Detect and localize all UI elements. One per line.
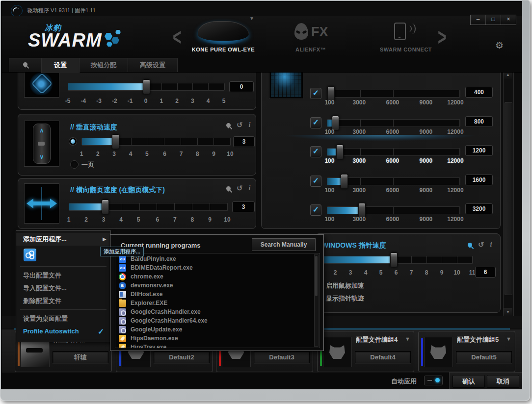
profile-card-5[interactable]: 配置文件编组5 ▼ Default5	[418, 331, 515, 372]
tab-button-assignment[interactable]: 按钮分配	[79, 58, 129, 72]
pointer-speed-slider[interactable]	[320, 256, 473, 264]
program-list-item[interactable]: GoogleUpdate.exe	[116, 325, 314, 334]
pointer-speed-scale: 1234567891011	[320, 269, 472, 276]
program-icon	[119, 317, 126, 325]
menu-item-set-desktop-profile[interactable]: 设置为桌面配置	[16, 312, 110, 325]
minimize-button[interactable]: –	[471, 15, 486, 25]
profile-group-label[interactable]: 配置文件编组4	[356, 335, 398, 344]
profile-name-input[interactable]: Default4	[355, 351, 411, 363]
profile-name-input[interactable]: Default2	[154, 351, 210, 363]
scroll-wheel-icon: ∧∨	[24, 121, 59, 167]
alienfx-icon[interactable]	[294, 23, 308, 40]
menu-item-delete-profile[interactable]: 删除配置文件	[16, 295, 110, 307]
tab-advanced-settings[interactable]: 高级设置	[128, 58, 178, 72]
profile-name-input[interactable]: 轩辕	[53, 351, 108, 363]
popup-scrollbar[interactable]	[314, 254, 319, 347]
pin-icon[interactable]	[467, 242, 473, 248]
device-mouse-image[interactable]	[198, 21, 249, 41]
reset-icon[interactable]: ↺	[237, 184, 243, 193]
vertical-scroll-slider-thumb[interactable]	[112, 134, 119, 149]
profile-group-label[interactable]: 配置文件编组5	[457, 335, 499, 344]
program-name: DllHost.exe	[131, 291, 162, 298]
program-list-item[interactable]: Explorer.EXE	[116, 299, 314, 307]
dpi-row5-value: 3200	[465, 203, 493, 214]
horizontal-tilt-slider[interactable]	[69, 203, 228, 211]
device-active-label: KONE PURE OWL-EYE	[174, 47, 272, 52]
pointer-speed-slider-thumb[interactable]	[390, 252, 398, 267]
scroll-down-icon: ▼	[506, 310, 510, 314]
program-list-item[interactable]: duBDIMEDataReport.exe	[116, 263, 314, 272]
vertical-scroll-scale: 12345678910	[81, 151, 230, 157]
device-dropdown-icon[interactable]: ▼	[249, 16, 254, 21]
dpi-row1-slider[interactable]	[327, 90, 460, 98]
reset-icon[interactable]: ↺	[478, 240, 484, 249]
reset-icon[interactable]: ↺	[237, 121, 243, 129]
angle-slider[interactable]	[68, 83, 225, 91]
swarm-connect-icon[interactable]	[394, 23, 406, 40]
maximize-button[interactable]: □	[486, 15, 501, 25]
cancel-button[interactable]: 取消	[487, 375, 519, 388]
dpi-row2-checkbox[interactable]: ✓	[310, 117, 321, 128]
scroll-one-page-radio[interactable]	[70, 160, 79, 169]
info-icon[interactable]: i	[249, 184, 251, 192]
menu-item-add-application[interactable]: 添加应用程序...	[16, 233, 110, 246]
dpi-row3-checkbox[interactable]: ✓	[310, 146, 321, 157]
dpi-row2-slider[interactable]	[327, 119, 460, 127]
auto-apply-toggle[interactable]	[424, 376, 443, 385]
pointer-trail-label[interactable]: 显示指针轨迹	[326, 294, 364, 303]
profile-avatar[interactable]	[323, 337, 352, 367]
vertical-scroll-speed-radio[interactable]	[69, 137, 77, 146]
program-list-item[interactable]: HipsDaemon.exe	[116, 334, 314, 343]
program-list-item[interactable]: GoogleCrashHandler64.exe	[116, 316, 314, 325]
menu-item-export-profile[interactable]: 导出配置文件	[16, 269, 110, 282]
program-list-item[interactable]: duBaiduPinyin.exe	[116, 254, 314, 263]
program-list-item[interactable]: HipsTray.exe	[116, 343, 314, 348]
screen: 驱动程序 V1.9311 | 固件1.11 – □ × 冰豹 SWARM < >…	[0, 0, 532, 404]
popup-scrollbar-thumb[interactable]	[315, 256, 318, 296]
horizontal-tilt-slider-thumb[interactable]	[102, 200, 109, 214]
angle-slider-thumb[interactable]	[143, 79, 150, 94]
profile-name-input[interactable]: Default5	[456, 351, 512, 363]
main-scrollbar[interactable]: ▲ ▼	[503, 70, 514, 317]
footer-buttons: 确认 取消	[449, 372, 522, 389]
program-list-item[interactable]: GoogleCrashHandler.exe	[116, 307, 314, 316]
dpi-row5-slider[interactable]	[327, 206, 460, 214]
program-list-item[interactable]: chrome.exe	[116, 272, 314, 281]
profile-name-input[interactable]: Default3	[254, 351, 310, 363]
close-button[interactable]: ×	[501, 15, 516, 25]
menu-item-import-profile[interactable]: 导入配置文件...	[16, 282, 110, 295]
dropdown-icon[interactable]: ▼	[405, 336, 410, 342]
pin-icon[interactable]	[225, 185, 232, 192]
check-icon: ✓	[313, 118, 319, 126]
gear-icon[interactable]: ⚙	[495, 40, 504, 51]
scroll-down-button[interactable]: ▼	[504, 308, 512, 316]
confirm-button[interactable]: 确认	[452, 375, 485, 388]
menu-item-profile-autoswitch[interactable]: Profile Autoswitch	[16, 325, 110, 338]
menu-app-shortcut-icon[interactable]	[24, 249, 36, 261]
search-manually-button[interactable]: Search Manually	[252, 238, 316, 251]
program-icon	[119, 308, 126, 316]
check-icon: ✓	[313, 177, 319, 185]
info-icon[interactable]: i	[249, 121, 251, 129]
program-list-item[interactable]: DllHost.exe	[116, 290, 314, 299]
dpi-row4-checkbox[interactable]: ✓	[310, 176, 321, 187]
dpi-row1-checkbox[interactable]: ✓	[310, 88, 321, 99]
tab-settings[interactable]: 设置	[41, 58, 80, 73]
dpi-row3-slider[interactable]	[327, 148, 460, 156]
scrollbar-thumb[interactable]	[505, 102, 512, 295]
roccat-cat-icon	[329, 345, 345, 359]
check-icon: ✓	[313, 205, 319, 214]
tab-pin[interactable]	[9, 58, 42, 72]
dropdown-icon[interactable]: ▼	[506, 336, 511, 342]
program-list-item[interactable]: Bdevmonsrv.exe	[116, 281, 314, 290]
pin-icon[interactable]	[225, 122, 232, 128]
info-icon[interactable]: i	[490, 241, 492, 249]
profile-card-4[interactable]: 配置文件编组4 ▼ Default4	[317, 331, 414, 372]
dpi-row5-checkbox[interactable]: ✓	[310, 204, 321, 216]
mouse-acceleration-label[interactable]: 启用鼠标加速	[326, 281, 364, 290]
pointer-panel-icons: ↺ i	[468, 240, 492, 249]
profile-avatar[interactable]	[424, 337, 453, 367]
vertical-scroll-slider[interactable]	[81, 138, 231, 146]
dpi-row4-slider[interactable]	[327, 177, 460, 185]
dpi-row4-value: 1600	[465, 175, 493, 185]
